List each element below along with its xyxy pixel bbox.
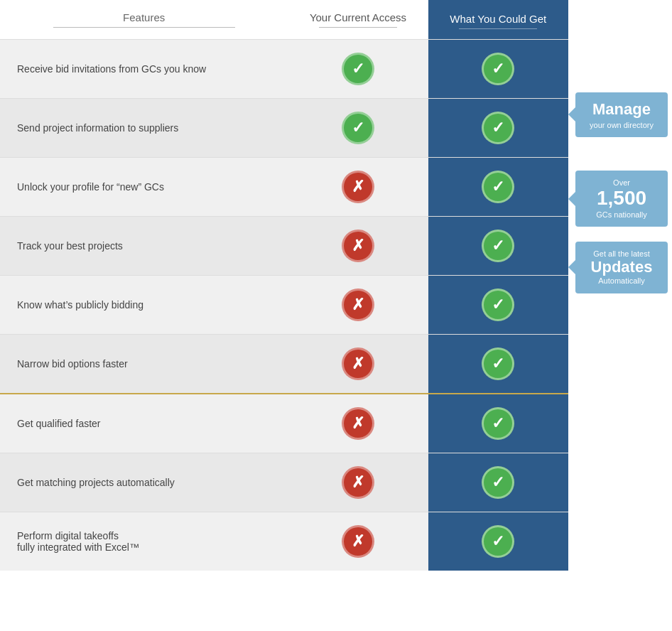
upgrade-cell: ✓ [428,335,568,394]
table-row: Know what’s publicly bidding✗✓ [0,276,568,335]
callout-gcs: Over 1,500 GCs nationally [575,171,668,227]
feature-cell: Receive bid invitations from GCs you kno… [0,40,288,99]
feature-line2: fully integrated with Excel™ [17,541,273,553]
callout-gcs-prefix: Over [585,178,658,188]
upgrade-cell: ✓ [428,276,568,335]
table-row: Get qualified faster✗✓ [0,394,568,453]
current-sep [319,27,397,28]
upgrade-sep [459,28,537,29]
check-icon-upgrade: ✓ [482,407,514,440]
cross-icon: ✗ [342,288,374,321]
callout-updates-sub: Automatically [585,276,658,286]
callout-updates: Get all the latest Updates Automatically [575,242,668,293]
table-row: Unlock your profile for “new” GCs✗✓ [0,158,568,217]
table-row: Track your best projects✗✓ [0,217,568,276]
callout-gcs-suffix: GCs nationally [585,210,658,220]
feature-cell: Get qualified faster [0,394,288,453]
cross-icon: ✗ [342,525,374,558]
callout-updates-title: Updates [585,259,658,276]
current-access-cell: ✗ [288,217,428,276]
cross-icon: ✗ [342,347,374,380]
upgrade-cell: ✓ [428,453,568,512]
cross-icon: ✗ [342,407,374,440]
cross-icon: ✗ [342,466,374,499]
feature-cell: Send project information to suppliers [0,99,288,158]
upgrade-label: What You Could Get [450,13,546,25]
check-icon-upgrade: ✓ [482,112,514,144]
check-icon-upgrade: ✓ [482,466,514,499]
feature-cell: Perform digital takeoffsfully integrated… [0,512,288,571]
feature-cell: Know what’s publicly bidding [0,276,288,335]
feature-cell: Track your best projects [0,217,288,276]
current-access-cell: ✗ [288,512,428,571]
current-access-cell: ✗ [288,453,428,512]
cross-icon: ✗ [342,171,374,203]
current-access-cell: ✗ [288,394,428,453]
features-sep [53,27,235,28]
table-row: Send project information to suppliers✓✓ [0,99,568,158]
check-icon-upgrade: ✓ [482,230,514,262]
current-access-cell: ✗ [288,158,428,217]
current-access-cell: ✗ [288,335,428,394]
table-row: Perform digital takeoffsfully integrated… [0,512,568,571]
current-access-cell: ✗ [288,276,428,335]
check-icon-upgrade: ✓ [482,288,514,321]
check-icon-upgrade: ✓ [482,525,514,558]
upgrade-header: What You Could Get [428,0,568,40]
upgrade-cell: ✓ [428,512,568,571]
check-icon-upgrade: ✓ [482,171,514,203]
table-row: Get matching projects automatically✗✓ [0,453,568,512]
current-access-cell: ✓ [288,99,428,158]
check-icon: ✓ [342,112,374,144]
upgrade-cell: ✓ [428,217,568,276]
current-access-cell: ✓ [288,40,428,99]
callout-updates-pre: Get all the latest [585,249,658,259]
current-access-header: Your Current Access [288,0,428,40]
features-header: Features [0,0,288,40]
callout-manage-title: Manage [585,99,658,120]
callout-gcs-number: 1,500 [585,188,658,210]
upgrade-cell: ✓ [428,158,568,217]
check-icon: ✓ [342,53,374,85]
upgrade-cell: ✓ [428,99,568,158]
callout-manage: Manage your own directory [575,92,668,137]
features-label: Features [123,11,165,23]
table-row: Receive bid invitations from GCs you kno… [0,40,568,99]
cross-icon: ✗ [342,230,374,262]
table-row: Narrow bid options faster✗✓ [0,335,568,394]
check-icon-upgrade: ✓ [482,347,514,380]
current-access-label: Your Current Access [310,11,406,23]
callout-manage-sub: your own directory [585,120,658,130]
sidebar: Manage your own directory Over 1,500 GCs… [568,0,672,571]
upgrade-cell: ✓ [428,40,568,99]
check-icon-upgrade: ✓ [482,53,514,85]
feature-cell: Get matching projects automatically [0,453,288,512]
feature-cell: Unlock your profile for “new” GCs [0,158,288,217]
feature-cell: Narrow bid options faster [0,335,288,394]
upgrade-cell: ✓ [428,394,568,453]
